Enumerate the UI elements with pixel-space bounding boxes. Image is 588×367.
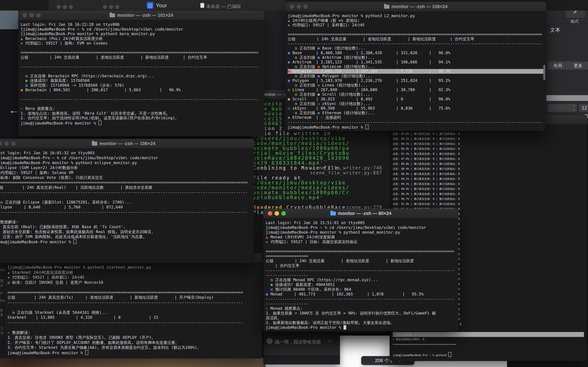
terminal-line: jimu@jimudeMacBook-Pro monitor % [8,350,260,356]
finder-sidebar-fragment: Ma 图片 d Clo 共享 几木 [0,263,5,358]
terminal-output[interactable]: jimu@jimudeMacBook-Pro monitor % python3… [285,12,546,131]
terminal-output[interactable]: Last login: Fri Jan 16 15:51:01 on ttys0… [263,218,458,331]
back-arrow-icon[interactable]: ← [9,104,19,116]
terminal-line: ----------------------------------------… [288,120,544,125]
terminal-line [253,200,387,205]
terminal-line: ✧ Bera 观察重点: [21,106,262,111]
terminal-line: ✧ 数据解读: [8,330,260,335]
close-button[interactable] [0,141,2,146]
zoom-button[interactable] [303,4,308,9]
terminal-line: ▲ Starknet 24小时真实活跃度分析 [8,270,260,275]
minimize-button[interactable] [29,13,34,17]
sidebar-item[interactable]: 共享 [0,308,5,317]
chat-window-fragment: 就一周，我没带啥东西 ⚐ [263,331,340,365]
chevron-updown-icon: ⌃⌄ [573,105,575,111]
browser-app-icon[interactable]: ◫ [147,2,154,9]
terminal-window-eclipse[interactable]: monitor — -zsh — 106×24 Last login: Fri … [0,139,254,263]
terminal-line: jimu@jimudeMacBook-Pro monitor % [0,239,252,244]
terminal-line: | 合约交互率 [266,263,456,268]
terminal-line: ◆ 真实交易总数: 0 [393,332,584,337]
minimize-button[interactable] [4,141,9,146]
tab-layout[interactable]: 布局 [548,63,568,69]
tab-more[interactable]: 更多 [568,63,588,69]
terminal-output[interactable]: Last login: Fri Jan 16 16:01:32 on ttys0… [0,149,254,247]
terminal-line: ● 连接成功! 最新高度: 15768560 [21,78,262,83]
terminal-line: ◎ zkSync | 80,508 | 55,963 | 8,836 | 75.… [288,106,544,111]
terminal-line: 公链 | 24h 交易总量 | 老地址活跃度 | 新地址活跃度 [266,259,456,263]
traffic-lights-group[interactable] [57,5,75,10]
terminal-window-l2[interactable]: monitor — -zsh — 108×24 jimu@jimudeMacBo… [285,2,546,131]
traffic-lights-group[interactable] [268,211,286,216]
terminal-line: '/Users/jimu/Desktop/vibe [253,136,387,141]
terminal-line: 公链 | 24h 交易总量 | 老地址活跃度 | 新地址活跃度 | 合约交互率 [21,55,262,60]
window-titlebar[interactable]: monitor — -zsh — 101×24 [18,10,265,20]
terminal-line: ⚖ 标准: 仅统计 INVOKE 交易 | 老用户 Nonce>10 [8,280,260,285]
terminal-line: Starknet | 13,005 | 4,320 | 0 | 15 [8,315,260,320]
terminal-window-bera[interactable]: monitor — -zsh — 101×24 Last login: Fri … [18,10,265,136]
terminal-window-starknet[interactable]: [jimu@jimudeMacBook-Pro monitor % python… [5,253,262,359]
terminal-line: bbleRace/1884289420_143690 [253,156,387,161]
sidebar-item[interactable]: 几木 [0,326,5,335]
window-titlebar[interactable]: monitor — -zsh — 106×24 [0,139,254,149]
close-button[interactable] [268,211,272,216]
terminal-window-monad[interactable]: monitor — -zsh — 80×24 Last login: Fri J… [263,209,458,331]
tab-text[interactable]: 文本 [550,26,560,33]
window-titlebar[interactable]: monitor — -zsh — 108×24 [285,2,546,12]
terminal-line: ▥ 预计回溯 86400 个区块, 采样步长: 864 [266,287,456,292]
terminal-line [21,69,262,74]
traffic-lights-group[interactable] [0,141,16,146]
avatar [267,338,273,344]
terminal-line: ● 连接成功! 最新高度: 49043051 [266,282,456,287]
terminal-line: ◷ 正在扫描 ● Optimism (统计地址数)... [288,64,544,69]
layout-more-segmented-control[interactable]: 布局 更多 [548,61,588,70]
terminal-line: ✦ 代理端口: 59527 | 采样窗口: 24小时 [8,275,260,280]
font-size-field[interactable]: 12 [579,104,588,112]
terminal-line: ◷ 正在扫描 ● Linea (统计地址数)... [288,83,544,87]
close-button[interactable] [290,4,294,9]
terminal-line: Last login: Fri Jan 16 15:51:01 on ttys0… [266,220,456,225]
browser-tab-title[interactable]: Your [156,2,167,9]
font-dropdown[interactable]: ⌃⌄ [548,104,577,112]
terminal-line: 公链 | 24h 真实交易(Real) | 活跃地址总数 | 原始含水交易量 [0,185,252,190]
minimize-button[interactable] [275,211,279,216]
sidebar-item[interactable]: d [0,291,2,295]
traffic-lights-group[interactable] [23,13,41,17]
zoom-button[interactable] [36,13,41,17]
terminal-line: ⚖ 标准: 剔除 Consensus Vote (投票), 只统计真实交互 [0,175,252,180]
minimize-button[interactable] [297,4,301,9]
terminal-line: ✧ 数据解读: [0,219,252,225]
terminal-line: '/Users/jimu/Desktop/vibe [253,180,387,185]
document-icon [200,3,204,8]
terminal-line: animate_bubbles/1080p60/pa [253,146,387,151]
terminal-line: 1. 真实交易 (Real): 已剔除系统投票, 对标 Base 的 'Tx C… [0,225,252,229]
terminal-output[interactable]: [jimu@jimudeMacBook-Pro monitor % python… [5,263,262,358]
close-button[interactable] [23,13,27,17]
terminal-line [266,244,456,249]
window-titlebar[interactable]: monitor — -zsh — 80×24 [263,209,458,218]
zoom-button[interactable] [281,211,286,216]
terminal-line: jimu@jimudeMacBook-Pro ~ % python3 [393,352,584,358]
terminal-line: Eclipse | 8,640 | 5,760 | 872,640 [0,205,252,210]
terminal-line [21,60,262,64]
terminal-line: 进度: 87.3% | 累计真实交易: 0 | 累计活跃地址: 0 [393,151,584,157]
terminal-line: [jimu@jimudeMacBook-Pro ~ % cd /Users/ji… [0,155,252,160]
terminal-output[interactable]: Last login: Fri Jan 16 16:22:28 on ttys0… [18,20,265,128]
folder-icon [384,5,389,9]
traffic-lights-group[interactable] [103,5,121,10]
window-title: monitor — -zsh — 108×24 [384,4,448,9]
terminal-line [0,215,252,219]
terminal-line: ● Linea | 267,840 | 184,680 | 30,780 | 9… [288,87,544,92]
sidebar-item[interactable]: Ma [0,268,5,272]
scrollbar[interactable] [543,65,545,80]
terminal-line: ◷ 正在扫描 ◎ zkSync (统计地址数)... [288,101,544,106]
terminal-line: ========================================… [266,249,456,254]
terminal-line: 进度: 90.7% | 累计真实交易: 0 | 累计活跃地址: 0 [393,197,584,202]
zoom-button[interactable] [11,141,16,146]
chat-message[interactable]: 就一周，我没带啥东西 [275,339,321,345]
sidebar-item[interactable]: Clo [0,299,5,303]
terminal-line: 2. 原始含水交易量: 包含验证者投票。如果此值极高但 Real 很低, 说明全… [0,229,252,234]
sidebar-item[interactable]: 图片 [0,279,5,288]
terminal-line: ● Scroll | 36,923 | 8,492 | 0 | 96.0% [288,97,544,101]
terminal-line: ✦ 代理端口: 59527 | 目标: 高频交易真实性验证 [266,239,456,244]
traffic-lights-group[interactable] [290,4,308,9]
